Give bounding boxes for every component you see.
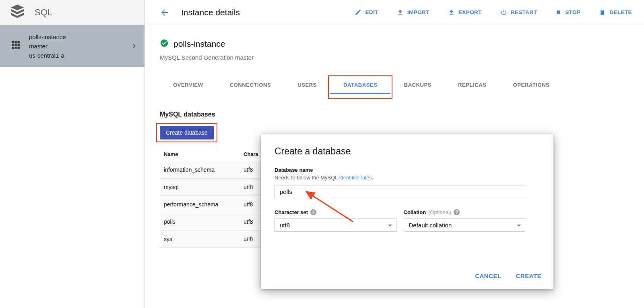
column-header-name: Name bbox=[160, 149, 239, 161]
import-icon bbox=[397, 9, 404, 16]
tab-databases[interactable]: DATABASES bbox=[330, 76, 390, 94]
action-label: IMPORT bbox=[407, 9, 429, 15]
collation-value: Default collation bbox=[409, 222, 452, 229]
app-header: SQL Instance details EDIT IMPORT bbox=[0, 0, 644, 25]
collation-label: Collation bbox=[404, 209, 426, 215]
help-icon[interactable]: ? bbox=[454, 209, 460, 215]
identifier-rules-link[interactable]: identifier rules bbox=[339, 175, 372, 181]
header-toolbar: Instance details EDIT IMPORT bbox=[145, 0, 644, 25]
db-name-cell: performance_schema bbox=[160, 196, 239, 213]
character-set-select[interactable]: utf8 bbox=[275, 219, 396, 232]
tab-backups[interactable]: BACKUPS bbox=[390, 76, 444, 94]
export-icon bbox=[448, 9, 455, 16]
instance-summary: polls-instance master us-central1-a bbox=[29, 32, 120, 60]
edit-button[interactable]: EDIT bbox=[355, 9, 378, 16]
tab-label: DATABASES bbox=[343, 82, 377, 88]
character-set-label: Character set bbox=[275, 209, 308, 215]
sidebar-instance-item[interactable]: polls-instance master us-central1-a bbox=[0, 25, 144, 67]
delete-button[interactable]: DELETE bbox=[599, 9, 632, 16]
database-name-input[interactable] bbox=[275, 185, 525, 198]
page-title: Instance details bbox=[181, 8, 240, 17]
trash-icon bbox=[599, 9, 606, 16]
help-text-suffix: . bbox=[372, 175, 374, 181]
collation-field: Collation (Optional) ? Default collation bbox=[404, 209, 526, 232]
instance-subtitle: MySQL Second Generation master bbox=[160, 54, 644, 61]
dropdown-caret-icon bbox=[388, 225, 392, 227]
dialog-title: Create a database bbox=[275, 146, 540, 157]
create-database-button[interactable]: Create database bbox=[160, 126, 214, 139]
instance-role: master bbox=[29, 42, 120, 51]
back-arrow-icon[interactable] bbox=[160, 8, 169, 17]
grid-icon bbox=[12, 41, 20, 51]
action-label: EDIT bbox=[365, 9, 378, 15]
chevron-right-icon bbox=[129, 41, 139, 51]
tab-replicas[interactable]: REPLICAS bbox=[445, 76, 500, 94]
restart-power-icon bbox=[500, 9, 507, 16]
tab-label: USERS bbox=[297, 82, 317, 88]
collation-select[interactable]: Default collation bbox=[404, 219, 526, 232]
sidebar: polls-instance master us-central1-a bbox=[0, 25, 145, 308]
cloud-sql-logo-icon bbox=[11, 4, 24, 20]
character-set-value: utf8 bbox=[280, 222, 290, 229]
database-name-help: Needs to follow the MySQL identifier rul… bbox=[275, 175, 540, 181]
tab-label: REPLICAS bbox=[458, 82, 487, 88]
section-title: MySQL databases bbox=[160, 111, 644, 118]
create-button[interactable]: CREATE bbox=[516, 273, 541, 279]
tab-operations[interactable]: OPERATIONS bbox=[500, 76, 563, 94]
instance-heading: polls-instance bbox=[160, 39, 644, 49]
database-name-label: Database name bbox=[275, 167, 540, 173]
tab-label: OVERVIEW bbox=[173, 82, 203, 88]
tab-overview[interactable]: OVERVIEW bbox=[160, 76, 217, 94]
header-actions: EDIT IMPORT EXPORT bbox=[355, 9, 632, 16]
annotation-box-create-button: Create database bbox=[156, 123, 217, 142]
collation-optional-label: (Optional) bbox=[428, 209, 451, 215]
product-name: SQL bbox=[35, 7, 52, 18]
help-text: Needs to follow the MySQL bbox=[275, 175, 339, 181]
instance-title: polls-instance bbox=[173, 39, 225, 49]
action-label: EXPORT bbox=[458, 9, 482, 15]
action-label: DELETE bbox=[609, 9, 632, 15]
db-name-cell: sys bbox=[160, 231, 239, 248]
action-label: RESTART bbox=[511, 9, 537, 15]
dialog-selects-row: Character set ? utf8 Collation (Optional… bbox=[275, 209, 525, 232]
stop-square-icon bbox=[555, 9, 561, 15]
dropdown-caret-icon bbox=[517, 225, 521, 227]
product-header: SQL bbox=[0, 0, 145, 25]
restart-button[interactable]: RESTART bbox=[500, 9, 537, 16]
tab-label: OPERATIONS bbox=[513, 82, 550, 88]
db-name-cell: information_schema bbox=[160, 161, 239, 179]
db-name-cell: mysql bbox=[160, 179, 239, 196]
stop-button[interactable]: STOP bbox=[555, 9, 580, 15]
character-set-field: Character set ? utf8 bbox=[275, 209, 396, 232]
status-check-icon bbox=[160, 39, 169, 49]
tab-connections[interactable]: CONNECTIONS bbox=[217, 76, 285, 94]
help-icon[interactable]: ? bbox=[310, 209, 316, 215]
dialog-actions: CANCEL CREATE bbox=[475, 273, 541, 279]
import-button[interactable]: IMPORT bbox=[397, 9, 429, 16]
tab-label: CONNECTIONS bbox=[230, 82, 271, 88]
instance-name: polls-instance bbox=[29, 32, 120, 42]
instance-zone: us-central1-a bbox=[29, 51, 120, 60]
export-button[interactable]: EXPORT bbox=[448, 9, 482, 16]
pencil-icon bbox=[355, 9, 361, 16]
db-name-cell: polls bbox=[160, 213, 239, 231]
tab-label: BACKUPS bbox=[404, 82, 431, 88]
tab-users[interactable]: USERS bbox=[284, 76, 330, 94]
app-window: SQL Instance details EDIT IMPORT bbox=[0, 0, 644, 308]
create-database-dialog: Create a database Database name Needs to… bbox=[261, 134, 553, 289]
cancel-button[interactable]: CANCEL bbox=[475, 273, 502, 279]
tab-bar: OVERVIEW CONNECTIONS USERS DATABASES BAC… bbox=[160, 76, 644, 94]
action-label: STOP bbox=[565, 9, 580, 15]
